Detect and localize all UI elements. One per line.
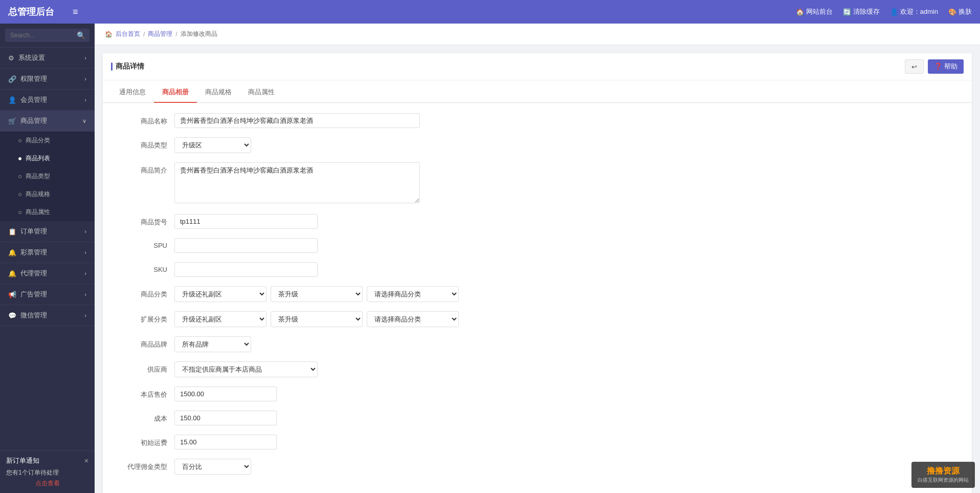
product-sku-no-label: 商品货号 [123,214,174,227]
link-icon: 🔗 [8,75,16,83]
content-area: 🏠 后台首页 / 商品管理 / 添加修改商品 商品详情 ↩ ❓ 帮助 通用信息 [95,24,980,493]
sidebar-item-product-type[interactable]: 商品类型 [0,167,95,185]
sidebar-item-members[interactable]: 👤 会员管理 › [0,90,95,111]
brand-label: 商品品牌 [123,336,174,349]
ext-category2-select[interactable]: 茶升级 [271,311,363,327]
header-right: 🏠 网站前台 🔄 清除缓存 👤 欢迎：admin 🎨 换肤 [796,7,972,16]
breadcrumb-home-link[interactable]: 后台首页 [116,30,140,38]
tab-attrs[interactable]: 商品属性 [240,82,283,103]
sku-input[interactable] [174,262,318,277]
category-wrap: 升级还礼副区 茶升级 请选择商品分类 [174,286,951,302]
sidebar-item-product-list[interactable]: 商品列表 [0,149,95,167]
app-logo: 总管理后台 [8,6,54,18]
form-row-spu: SPU [123,238,951,253]
form-row-product-desc: 商品简介 贵州酱香型白酒茅台纯坤沙窖藏白酒原浆老酒 [123,162,951,205]
refresh-icon: 🔄 [843,8,851,16]
chevron-icon: › [84,312,86,318]
ext-category1-select[interactable]: 升级还礼副区 [174,311,266,327]
chevron-icon: › [84,228,86,234]
user-icon: 👤 [8,96,16,104]
menu-toggle-icon[interactable]: ≡ [73,7,78,17]
ext-category3-select[interactable]: 请选择商品分类 [367,311,459,327]
supplier-wrap: 不指定供应商属于本店商品 [174,361,951,377]
commission-type-select[interactable]: 百分比 [174,459,251,475]
sidebar-item-ads[interactable]: 📢 广告管理 › [0,284,95,305]
help-button[interactable]: ❓ 帮助 [928,59,964,74]
form-row-sku-no: 商品货号 [123,214,951,229]
sidebar: 🔍 ⚙ 系统设置 › 🔗 权限管理 › 👤 会员管理 › [0,24,95,493]
sidebar-item-product-attr[interactable]: 商品属性 [0,203,95,221]
category3-select[interactable]: 请选择商品分类 [367,286,459,302]
sidebar-item-orders[interactable]: 📋 订单管理 › [0,221,95,242]
dot-icon [18,139,21,142]
product-name-label: 商品名称 [123,113,174,126]
notification-link[interactable]: 点击查看 [6,479,88,488]
product-sku-no-input[interactable] [174,214,318,229]
sidebar-item-lottery[interactable]: 🔔 彩票管理 › [0,242,95,263]
form-row-price: 本店售价 [123,387,951,401]
user-icon: 👤 [890,8,898,16]
chevron-icon: › [84,249,86,255]
commission-type-wrap: 百分比 [174,459,951,475]
chevron-icon: › [84,55,86,61]
sidebar-item-wechat[interactable]: 💬 微信管理 › [0,305,95,326]
breadcrumb-sep2: / [175,31,177,38]
form-row-commission-type: 代理佣金类型 百分比 [123,459,951,475]
brand-wrap: 所有品牌 [174,336,951,352]
breadcrumb-home-icon: 🏠 [105,31,113,38]
product-desc-textarea[interactable]: 贵州酱香型白酒茅台纯坤沙窖藏白酒原浆老酒 [174,162,420,203]
shipping-input[interactable] [174,435,277,449]
form-row-sku: SKU [123,262,951,277]
sidebar-search-container: 🔍 [0,24,95,48]
supplier-select[interactable]: 不指定供应商属于本店商品 [174,361,318,377]
bell-icon: 🔔 [8,249,16,256]
spu-label: SPU [123,238,174,249]
chevron-icon: › [84,97,86,103]
breadcrumb-products-link[interactable]: 商品管理 [148,30,172,38]
back-button[interactable]: ↩ [905,59,924,74]
brand-select[interactable]: 所有品牌 [174,336,251,352]
sidebar-item-products[interactable]: 🛒 商品管理 ∨ [0,111,95,132]
price-wrap [174,387,951,401]
sku-label: SKU [123,262,174,273]
commission-type-label: 代理佣金类型 [123,459,174,471]
tab-spec[interactable]: 商品规格 [197,82,240,103]
cost-input[interactable] [174,411,277,425]
category1-select[interactable]: 升级还礼副区 [174,286,266,302]
sidebar-item-agent[interactable]: 🔔 代理管理 › [0,263,95,284]
product-type-label: 商品类型 [123,137,174,150]
category2-select[interactable]: 茶升级 [271,286,363,302]
form-row-shipping: 初始运费 [123,435,951,449]
watermark: 撸撸资源 白搭互联网资源的网站 [911,462,975,488]
notification-close-button[interactable]: × [84,457,88,465]
price-input[interactable] [174,387,277,401]
sidebar-item-permissions[interactable]: 🔗 权限管理 › [0,69,95,90]
ext-category-label: 扩展分类 [123,311,174,324]
chevron-icon: › [84,291,86,297]
spu-input[interactable] [174,238,318,253]
dot-icon [18,175,21,178]
sidebar-item-system[interactable]: ⚙ 系统设置 › [0,48,95,69]
product-type-select[interactable]: 升级区 [174,137,251,153]
product-type-wrap: 升级区 [174,137,951,153]
wechat-icon: 💬 [8,312,16,319]
form-row-supplier: 供应商 不指定供应商属于本店商品 [123,361,951,377]
tab-general[interactable]: 通用信息 [111,82,154,103]
cost-wrap [174,411,951,425]
breadcrumb-current: 添加修改商品 [181,30,217,38]
price-label: 本店售价 [123,387,174,399]
nav-welcome-link[interactable]: 👤 欢迎：admin [890,7,938,16]
form-row-ext-category: 扩展分类 升级还礼副区 茶升级 请选择商品分类 [123,311,951,327]
chevron-icon: › [84,76,86,82]
nav-clear-cache-link[interactable]: 🔄 清除缓存 [843,7,880,16]
product-sku-no-wrap [174,214,951,229]
sidebar-item-product-spec[interactable]: 商品规格 [0,185,95,203]
chevron-icon: › [84,270,86,276]
search-icon[interactable]: 🔍 [77,31,85,39]
product-detail-card: 商品详情 ↩ ❓ 帮助 通用信息 商品相册 商品规格 商品属性 [103,53,972,493]
product-name-input[interactable] [174,113,420,128]
sidebar-item-product-category[interactable]: 商品分类 [0,132,95,149]
tab-photos[interactable]: 商品相册 [154,82,197,103]
nav-switch-link[interactable]: 🎨 换肤 [948,7,972,16]
nav-site-link[interactable]: 🏠 网站前台 [796,7,833,16]
